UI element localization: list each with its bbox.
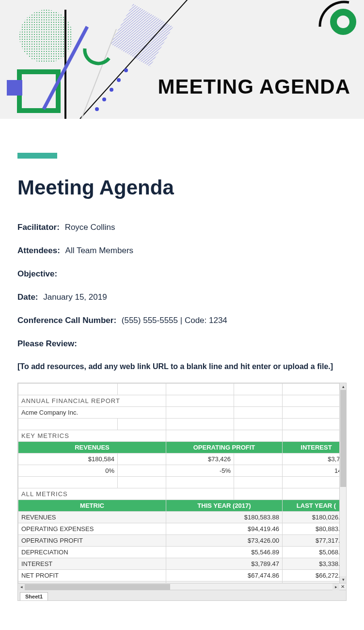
table-row: $180,584 $73,426 $3,789: [18, 453, 347, 465]
metric-name: OPERATING PROFIT: [18, 535, 166, 547]
key-value-interest: $3,789: [283, 453, 347, 465]
attendees-row: Attendees: All Team Members: [17, 246, 347, 256]
document-body: Meeting Agenda Facilitator: Royce Collin…: [0, 119, 364, 620]
date-row: Date: January 15, 2019: [17, 292, 347, 302]
conference-label: Conference Call Number:: [17, 316, 116, 325]
spreadsheet-embed[interactable]: ANNUAL FINANCIAL REPORT Acme Company Inc…: [17, 383, 347, 601]
table-row: REVENUES OPERATING PROFIT INTEREST: [18, 442, 347, 453]
metric-last-year: $80,883.33: [283, 523, 347, 535]
key-header-interest: INTEREST: [283, 442, 347, 453]
table-row: ALL METRICS: [18, 488, 347, 500]
svg-point-2: [95, 107, 99, 111]
report-title: ANNUAL FINANCIAL REPORT: [18, 395, 166, 407]
banner-title: MEETING AGENDA: [158, 75, 350, 98]
close-icon[interactable]: ✕: [339, 583, 346, 590]
table-row: Acme Company Inc.: [18, 407, 347, 419]
metric-this-year: $5,546.89: [166, 547, 283, 558]
svg-point-6: [124, 68, 128, 72]
table-row: METRIC THIS YEAR (2017) LAST YEAR (: [18, 500, 347, 512]
metric-last-year: $180,026.64: [283, 512, 347, 523]
svg-point-5: [117, 78, 121, 82]
conference-row: Conference Call Number: (555) 555-5555 |…: [17, 316, 347, 325]
svg-point-3: [102, 97, 106, 101]
table-row: [18, 477, 347, 488]
company-name: Acme Company Inc.: [18, 407, 166, 419]
metric-name: OPERATING EXPENSES: [18, 523, 166, 535]
accent-bar: [17, 153, 57, 159]
table-row: OPERATING EXPENSES$94,419.46$80,883.33: [18, 523, 347, 535]
blue-dots-line-icon: [95, 68, 128, 111]
green-ring-icon: [333, 12, 353, 32]
scroll-down-icon[interactable]: ▾: [340, 576, 346, 583]
metric-last-year: $5,068.42: [283, 547, 347, 558]
key-header-op-profit: OPERATING PROFIT: [166, 442, 283, 453]
metric-this-year: $180,583.88: [166, 512, 283, 523]
horizontal-scrollbar[interactable]: ◂ ▸ ✕: [18, 583, 346, 590]
scroll-left-icon[interactable]: ◂: [18, 583, 25, 590]
metric-name: INTEREST: [18, 558, 166, 570]
facilitator-label: Facilitator:: [17, 223, 60, 232]
attendees-label: Attendees:: [17, 246, 60, 255]
sheet-tabbar: Sheet1: [18, 590, 346, 600]
facilitator-value: Royce Collins: [65, 223, 115, 232]
key-value-op-profit: $73,426: [166, 453, 234, 465]
conference-value: (555) 555-5555 | Code: 1234: [122, 316, 227, 325]
table-row: INTEREST$3,789.47$3,338.31: [18, 558, 347, 570]
table-row: [18, 419, 347, 430]
metric-this-year: $94,419.46: [166, 523, 283, 535]
metric-name: REVENUES: [18, 512, 166, 523]
review-row: Please Review:: [17, 339, 347, 349]
objective-label: Objective:: [17, 269, 57, 278]
facilitator-row: Facilitator: Royce Collins: [17, 223, 347, 232]
diag-line-grey-icon: [81, 29, 116, 119]
footer-brand: BIT.AI: [0, 620, 364, 630]
key-pct-revenues: 0%: [18, 465, 118, 477]
spreadsheet-table: ANNUAL FINANCIAL REPORT Acme Company Inc…: [18, 383, 346, 583]
all-metrics-label: ALL METRICS: [18, 488, 166, 500]
metric-name: NET PROFIT: [18, 570, 166, 582]
key-value-revenues: $180,584: [18, 453, 118, 465]
all-header-metric: METRIC: [18, 500, 166, 512]
metric-this-year: $3,789.47: [166, 558, 283, 570]
table-row: NET PROFIT$67,474.86$66,272.10: [18, 570, 347, 582]
table-row: [18, 384, 347, 395]
banner-graphics: [0, 0, 364, 119]
metric-last-year: $66,272.10: [283, 570, 347, 582]
vertical-scrollbar[interactable]: ▴ ▾: [339, 383, 346, 583]
attendees-value: All Team Members: [65, 246, 133, 255]
metric-this-year: $73,426.00: [166, 535, 283, 547]
table-row: KEY METRICS: [18, 430, 347, 442]
table-row: REVENUES$180,583.88$180,026.64: [18, 512, 347, 523]
key-metrics-label: KEY METRICS: [18, 430, 166, 442]
spreadsheet-viewport[interactable]: ANNUAL FINANCIAL REPORT Acme Company Inc…: [18, 383, 346, 583]
table-row: 0% -5% 14%: [18, 465, 347, 477]
metric-last-year: $3,338.31: [283, 558, 347, 570]
banner: MEETING AGENDA: [0, 0, 364, 119]
scroll-up-icon[interactable]: ▴: [340, 383, 346, 390]
hscroll-thumb[interactable]: [25, 584, 170, 590]
instruction-text: [To add resources, add any web link URL …: [17, 362, 347, 371]
metric-name: DEPRECIATION: [18, 547, 166, 558]
objective-row: Objective:: [17, 269, 347, 279]
scroll-right-icon[interactable]: ▸: [332, 583, 339, 590]
scroll-thumb[interactable]: [340, 390, 346, 487]
key-pct-op-profit: -5%: [166, 465, 234, 477]
key-header-revenues: REVENUES: [18, 442, 166, 453]
metric-last-year: $77,317.84: [283, 535, 347, 547]
date-label: Date:: [17, 292, 38, 302]
table-row: OPERATING PROFIT$73,426.00$77,317.84: [18, 535, 347, 547]
lined-square-icon: [110, 4, 173, 67]
purple-square-icon: [7, 80, 22, 96]
table-row: ANNUAL FINANCIAL REPORT: [18, 395, 347, 407]
review-label: Please Review:: [17, 339, 77, 348]
key-pct-interest: 14%: [283, 465, 347, 477]
svg-point-4: [110, 88, 113, 92]
metric-this-year: $67,474.86: [166, 570, 283, 582]
date-value: January 15, 2019: [43, 292, 107, 302]
all-header-this-year: THIS YEAR (2017): [166, 500, 283, 512]
page-title: Meeting Agenda: [17, 176, 347, 199]
table-row: DEPRECIATION$5,546.89$5,068.42: [18, 547, 347, 558]
sheet-tab[interactable]: Sheet1: [20, 592, 48, 600]
all-header-last-year: LAST YEAR (: [283, 500, 347, 512]
